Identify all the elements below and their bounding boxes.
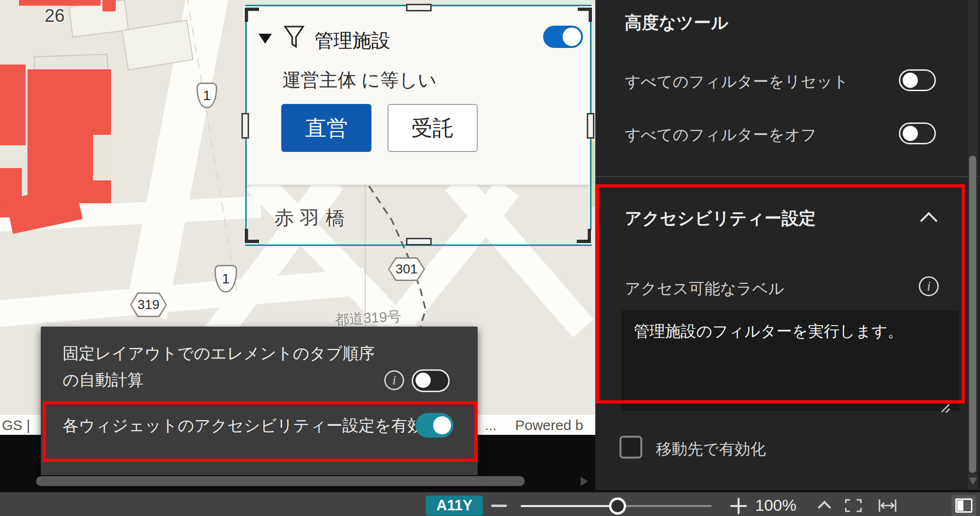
enable-widget-a11y-label: 各ウィジェットのアクセシビリティー設定を有効化: [63, 415, 440, 437]
building-highlighted: [0, 65, 26, 145]
accessibility-settings-heading: アクセシビリティー設定: [625, 207, 816, 230]
section-divider: [595, 176, 980, 177]
accessible-label-textarea[interactable]: 管理施設のフィルターを実行します。: [621, 310, 959, 411]
route-shield-number: 301: [396, 262, 418, 277]
selection-corner-handle[interactable]: [578, 8, 592, 22]
info-icon[interactable]: i: [919, 276, 939, 296]
scrollbar-right-arrow[interactable]: [581, 477, 588, 486]
accessibility-context-menu: 固定レイアウトでのエレメントのタブ順序 の自動計算 i 各ウィジェットのアクセシ…: [41, 327, 478, 475]
route-shield-319: 319: [130, 292, 167, 317]
building-highlighted: [19, 0, 101, 6]
experience-builder-window: 26 赤羽橋 都道319号 1 1 301 319 GS | ... Power…: [0, 0, 980, 516]
horizontal-scrollbar-thumb[interactable]: [36, 476, 525, 486]
tab-order-toggle[interactable]: [412, 369, 450, 392]
attribution-ellipsis: ...: [485, 417, 497, 433]
zoom-in-button[interactable]: [730, 498, 747, 514]
a11y-mode-badge[interactable]: A11Y: [426, 496, 483, 516]
selection-resize-handle-right[interactable]: [587, 113, 594, 139]
widget-selection-outline: [245, 5, 592, 246]
zoom-out-button[interactable]: [491, 505, 507, 507]
advanced-tools-heading: 高度なツール: [625, 11, 729, 35]
enable-on-destination-checkbox[interactable]: [619, 436, 642, 459]
tab-order-label-line1: 固定レイアウトでのエレメントのタブ順序: [63, 343, 375, 365]
accessible-label-label: アクセス可能なラベル: [625, 278, 784, 300]
enable-widget-a11y-toggle[interactable]: [416, 413, 453, 438]
fit-width-icon[interactable]: [878, 498, 897, 513]
attribution-powered-by: Powered b: [515, 417, 583, 433]
zoom-slider-track[interactable]: [625, 505, 712, 507]
toggle-knob: [416, 373, 431, 388]
resize-handle-icon[interactable]: [937, 400, 951, 414]
scrollbar-down-arrow[interactable]: [969, 478, 977, 485]
selection-resize-handle-bottom[interactable]: [406, 238, 432, 245]
reset-all-filters-label: すべてのフィルターをリセット: [625, 71, 849, 93]
panel-icon-fill: [957, 500, 963, 511]
accessible-label-value: 管理施設のフィルターを実行します。: [634, 321, 903, 342]
building-highlighted: [102, 0, 116, 11]
turn-off-all-filters-toggle[interactable]: [899, 122, 936, 144]
tab-order-label-line2: の自動計算: [63, 369, 144, 391]
turn-off-all-filters-label: すべてのフィルターをオフ: [625, 124, 817, 146]
route-shield-number: 1: [203, 88, 211, 103]
reset-all-filters-toggle[interactable]: [899, 69, 936, 91]
attribution-left: GS |: [2, 417, 30, 433]
selection-corner-handle[interactable]: [577, 229, 591, 243]
toggle-knob: [903, 73, 918, 88]
toggle-panel-button[interactable]: [952, 495, 976, 516]
road: [0, 268, 366, 328]
route-shield-number: 319: [138, 297, 160, 312]
zoom-level-value[interactable]: 100%: [755, 496, 796, 515]
selection-corner-handle[interactable]: [245, 229, 259, 243]
building: [93, 135, 112, 180]
bottom-toolbar: A11Y 100%: [0, 490, 980, 516]
settings-panel: 高度なツール すべてのフィルターをリセット すべてのフィルターをオフ アクセシビ…: [595, 0, 980, 516]
toggle-knob: [433, 416, 451, 434]
route-shield-301: 301: [388, 257, 425, 281]
enable-on-destination-label: 移動先で有効化: [656, 439, 766, 460]
map-label-block-number: 26: [45, 6, 65, 26]
zoom-slider-knob[interactable]: [609, 497, 626, 515]
vertical-scrollbar-thumb[interactable]: [969, 156, 976, 473]
zoom-menu-chevron-icon[interactable]: [818, 501, 831, 514]
toggle-knob: [903, 126, 918, 141]
info-icon[interactable]: i: [384, 370, 404, 390]
fit-to-screen-icon[interactable]: [844, 498, 862, 513]
selection-resize-handle-left[interactable]: [241, 113, 249, 139]
zoom-slider-track-filled[interactable]: [521, 505, 611, 507]
chevron-up-icon[interactable]: [920, 212, 938, 230]
route-shield-number: 1: [222, 271, 230, 287]
selection-resize-handle-top[interactable]: [406, 4, 432, 11]
selection-corner-handle[interactable]: [245, 8, 259, 22]
